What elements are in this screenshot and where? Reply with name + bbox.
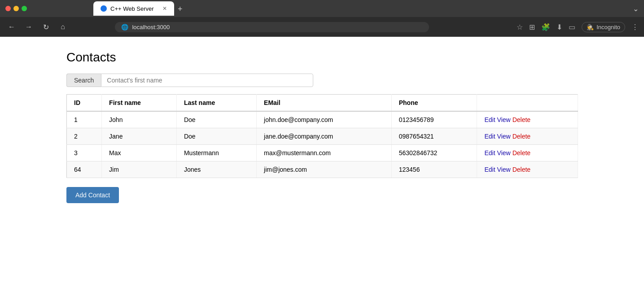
cell-1: Jim bbox=[102, 161, 177, 178]
cell-1: Jane bbox=[102, 128, 177, 145]
cell-3: jane.doe@company.com bbox=[257, 128, 392, 145]
edit-link[interactable]: Edit bbox=[484, 116, 495, 123]
cell-0: 3 bbox=[67, 145, 102, 161]
edit-link[interactable]: Edit bbox=[484, 133, 495, 140]
cell-4: 0987654321 bbox=[391, 128, 477, 145]
browser-chrome: C++ Web Server ✕ + ⌄ ← → ↻ ⌂ 🌐 localhost… bbox=[0, 0, 644, 37]
delete-link[interactable]: Delete bbox=[513, 116, 530, 123]
incognito-badge: 🕵 Incognito bbox=[582, 22, 625, 32]
delete-link[interactable]: Delete bbox=[513, 166, 530, 173]
cell-4: 123456 bbox=[391, 161, 477, 178]
delete-link[interactable]: Delete bbox=[513, 149, 530, 157]
download-icon[interactable]: ⬇ bbox=[556, 23, 562, 31]
cell-4: 0123456789 bbox=[391, 111, 477, 128]
url-display: localhost:3000 bbox=[132, 24, 170, 30]
url-host: localhost bbox=[132, 24, 155, 30]
cell-1: John bbox=[102, 111, 177, 128]
close-window-button[interactable] bbox=[5, 6, 11, 11]
cell-0: 2 bbox=[67, 128, 102, 145]
browser-titlebar: C++ Web Server ✕ + ⌄ bbox=[0, 0, 644, 17]
tab-title: C++ Web Server bbox=[110, 5, 154, 12]
view-link[interactable]: View bbox=[497, 133, 511, 140]
url-port: :3000 bbox=[155, 24, 170, 30]
edit-link[interactable]: Edit bbox=[484, 149, 495, 157]
view-link[interactable]: View bbox=[497, 116, 511, 123]
page-title: Contacts bbox=[66, 50, 578, 65]
table-header-row: ID First name Last name EMail Phone bbox=[67, 95, 578, 112]
col-header-phone: Phone bbox=[391, 95, 477, 112]
actions-cell: EditViewDelete bbox=[477, 161, 578, 178]
col-header-lastname: Last name bbox=[176, 95, 256, 112]
delete-link[interactable]: Delete bbox=[513, 133, 530, 140]
address-bar-row: ← → ↻ ⌂ 🌐 localhost:3000 ☆ ⊞ 🧩 ⬇ ▭ 🕵 Inc… bbox=[0, 17, 644, 37]
active-tab[interactable]: C++ Web Server ✕ bbox=[93, 1, 174, 16]
cell-0: 64 bbox=[67, 161, 102, 178]
tab-favicon bbox=[101, 5, 107, 12]
cast-icon[interactable]: ▭ bbox=[569, 23, 575, 31]
edit-link[interactable]: Edit bbox=[484, 166, 495, 173]
tab-bar: C++ Web Server ✕ + bbox=[57, 1, 629, 16]
cell-0: 1 bbox=[67, 111, 102, 128]
col-header-email: EMail bbox=[257, 95, 392, 112]
cell-2: Jones bbox=[176, 161, 256, 178]
table-row: 3MaxMustermannmax@mustermann.com56302846… bbox=[67, 145, 578, 161]
incognito-label: Incognito bbox=[596, 24, 620, 30]
table-row: 1JohnDoejohn.doe@company.com0123456789Ed… bbox=[67, 111, 578, 128]
back-button[interactable]: ← bbox=[5, 21, 18, 33]
search-button[interactable]: Search bbox=[66, 74, 101, 87]
reload-button[interactable]: ↻ bbox=[39, 21, 52, 33]
cell-4: 56302846732 bbox=[391, 145, 477, 161]
view-link[interactable]: View bbox=[497, 166, 511, 173]
toolbar-icons: ☆ ⊞ 🧩 ⬇ ▭ 🕵 Incognito ⋮ bbox=[517, 22, 639, 32]
tab-close-button[interactable]: ✕ bbox=[162, 5, 167, 12]
actions-cell: EditViewDelete bbox=[477, 111, 578, 128]
actions-cell: EditViewDelete bbox=[477, 145, 578, 161]
new-tab-button[interactable]: + bbox=[174, 3, 186, 16]
table-row: 2JaneDoejane.doe@company.com0987654321Ed… bbox=[67, 128, 578, 145]
cell-3: john.doe@company.com bbox=[257, 111, 392, 128]
menu-icon[interactable]: ⋮ bbox=[631, 23, 639, 31]
actions-cell: EditViewDelete bbox=[477, 128, 578, 145]
col-header-firstname: First name bbox=[102, 95, 177, 112]
contacts-table: ID First name Last name EMail Phone 1Joh… bbox=[66, 94, 578, 178]
address-bar[interactable]: 🌐 localhost:3000 bbox=[115, 22, 429, 32]
table-row: 64JimJonesjim@jones.com123456EditViewDel… bbox=[67, 161, 578, 178]
col-header-actions bbox=[477, 95, 578, 112]
cell-2: Doe bbox=[176, 128, 256, 145]
extensions-icon[interactable]: 🧩 bbox=[541, 23, 550, 31]
page-content: Contacts Search ID First name Last name … bbox=[0, 37, 644, 287]
traffic-lights bbox=[5, 6, 27, 11]
tab-strip-controls[interactable]: ⌄ bbox=[633, 4, 639, 13]
search-bar: Search bbox=[66, 74, 313, 87]
maximize-window-button[interactable] bbox=[22, 6, 27, 11]
security-icon: 🌐 bbox=[121, 24, 128, 30]
cell-2: Doe bbox=[176, 111, 256, 128]
cell-3: jim@jones.com bbox=[257, 161, 392, 178]
bookmark-icon[interactable]: ☆ bbox=[517, 23, 523, 31]
col-header-id: ID bbox=[67, 95, 102, 112]
grid-icon[interactable]: ⊞ bbox=[529, 23, 535, 31]
cell-1: Max bbox=[102, 145, 177, 161]
home-button[interactable]: ⌂ bbox=[57, 21, 69, 33]
search-input[interactable] bbox=[101, 74, 313, 87]
cell-2: Mustermann bbox=[176, 145, 256, 161]
add-contact-button[interactable]: Add Contact bbox=[66, 187, 119, 203]
incognito-icon: 🕵 bbox=[587, 24, 594, 30]
forward-button[interactable]: → bbox=[22, 21, 35, 33]
view-link[interactable]: View bbox=[497, 149, 511, 157]
minimize-window-button[interactable] bbox=[13, 6, 19, 11]
cell-3: max@mustermann.com bbox=[257, 145, 392, 161]
